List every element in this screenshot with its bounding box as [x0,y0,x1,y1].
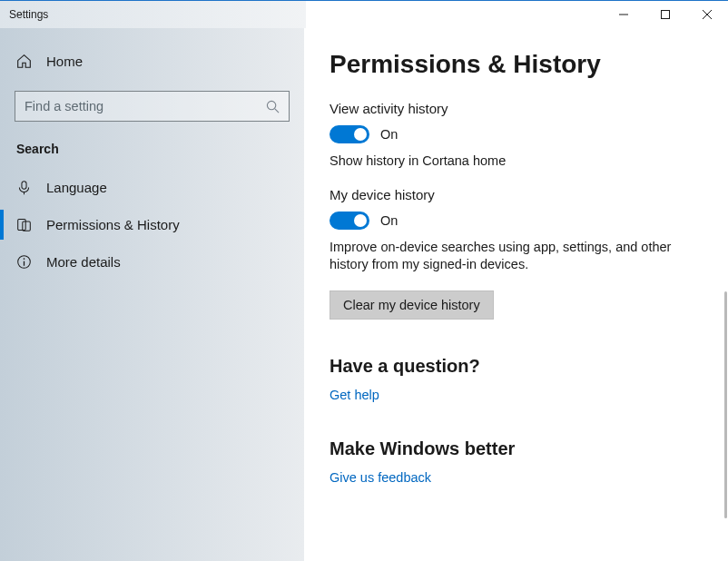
clear-device-history-button[interactable]: Clear my device history [330,290,494,320]
minimize-button[interactable] [603,1,644,28]
home-icon [16,54,32,69]
window-controls [603,1,728,28]
sidebar-section-label: Search [0,142,304,169]
view-activity-toggle[interactable] [330,125,369,143]
sidebar-item-label: Language [46,180,107,195]
svg-rect-6 [22,182,26,190]
sidebar: Home Find a setting Search Language Perm… [0,28,304,561]
feedback-heading: Make Windows better [330,438,703,459]
svg-point-4 [267,101,275,109]
search-placeholder: Find a setting [25,99,266,113]
svg-rect-1 [662,11,670,19]
get-help-link[interactable]: Get help [330,388,379,402]
content-area: Permissions & History View activity hist… [304,28,728,561]
view-activity-desc: Show history in Cortana home [330,153,703,171]
view-activity-state: On [380,127,398,142]
app-title: Settings [9,8,48,21]
permissions-icon [16,217,32,232]
sidebar-item-label: Permissions & History [46,217,180,232]
svg-line-5 [275,108,279,112]
search-icon [266,100,280,113]
close-icon [703,10,712,19]
search-input[interactable]: Find a setting [15,91,290,122]
sidebar-item-label: More details [46,254,121,270]
device-history-toggle[interactable] [330,212,369,230]
titlebar: Settings [0,1,728,28]
page-title: Permissions & History [330,50,703,79]
maximize-icon [661,10,670,19]
svg-rect-8 [23,221,31,231]
maximize-button[interactable] [644,1,686,28]
give-feedback-link[interactable]: Give us feedback [330,470,431,485]
info-icon [16,254,32,270]
microphone-icon [16,180,32,195]
device-history-state: On [380,213,398,228]
home-label: Home [46,54,83,69]
scrollbar-thumb[interactable] [724,291,727,518]
sidebar-item-more-details[interactable]: More details [0,243,304,280]
device-history-label: My device history [330,187,703,202]
view-activity-label: View activity history [330,101,703,116]
close-button[interactable] [686,1,728,28]
minimize-icon [619,10,628,19]
question-heading: Have a question? [330,356,703,377]
sidebar-item-permissions-history[interactable]: Permissions & History [0,206,304,243]
svg-rect-7 [18,220,26,231]
svg-point-10 [24,258,25,260]
device-history-desc: Improve on-device searches using app, se… [330,239,703,274]
home-nav[interactable]: Home [0,48,304,74]
sidebar-item-language[interactable]: Language [0,169,304,206]
